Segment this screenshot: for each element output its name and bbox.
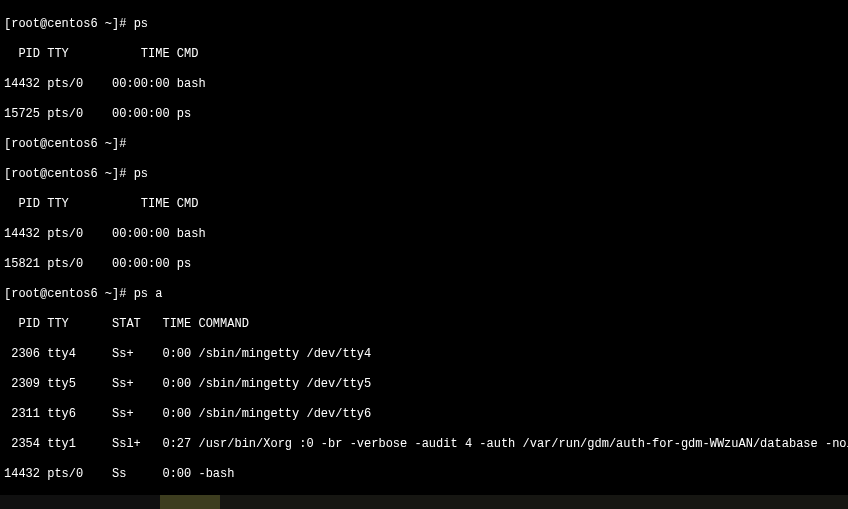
prompt-text: [root@centos6 ~]# (4, 287, 134, 301)
ps2-row-1: 14432 pts/0 00:00:00 bash (4, 227, 844, 242)
ps-a-row-1: 2306 tty4 Ss+ 0:00 /sbin/mingetty /dev/t… (4, 347, 844, 362)
command-3: ps (134, 167, 148, 181)
prompt-line-3: [root@centos6 ~]# ps (4, 167, 844, 182)
prompt-text: [root@centos6 ~]# (4, 137, 134, 151)
taskbar-segment-3[interactable] (220, 495, 848, 509)
prompt-text: [root@centos6 ~]# (4, 17, 134, 31)
ps1-row-2: 15725 pts/0 00:00:00 ps (4, 107, 844, 122)
prompt-text: [root@centos6 ~]# (4, 167, 134, 181)
ps-a-row-3: 2311 tty6 Ss+ 0:00 /sbin/mingetty /dev/t… (4, 407, 844, 422)
ps-a-row-2: 2309 tty5 Ss+ 0:00 /sbin/mingetty /dev/t… (4, 377, 844, 392)
ps-a-header: PID TTY STAT TIME COMMAND (4, 317, 844, 332)
taskbar-segment-2[interactable] (160, 495, 220, 509)
prompt-line-4: [root@centos6 ~]# ps a (4, 287, 844, 302)
ps2-header: PID TTY TIME CMD (4, 197, 844, 212)
command-1: ps (134, 17, 148, 31)
taskbar[interactable] (0, 495, 848, 509)
taskbar-segment-1[interactable] (0, 495, 160, 509)
prompt-line-2: [root@centos6 ~]# (4, 137, 844, 152)
terminal[interactable]: [root@centos6 ~]# ps PID TTY TIME CMD 14… (0, 0, 848, 509)
ps-a-row-5: 14432 pts/0 Ss 0:00 -bash (4, 467, 844, 482)
command-4: ps a (134, 287, 163, 301)
ps1-row-1: 14432 pts/0 00:00:00 bash (4, 77, 844, 92)
ps-a-row-4: 2354 tty1 Ssl+ 0:27 /usr/bin/Xorg :0 -br… (4, 437, 844, 452)
ps2-row-2: 15821 pts/0 00:00:00 ps (4, 257, 844, 272)
ps1-header: PID TTY TIME CMD (4, 47, 844, 62)
prompt-line-1: [root@centos6 ~]# ps (4, 17, 844, 32)
